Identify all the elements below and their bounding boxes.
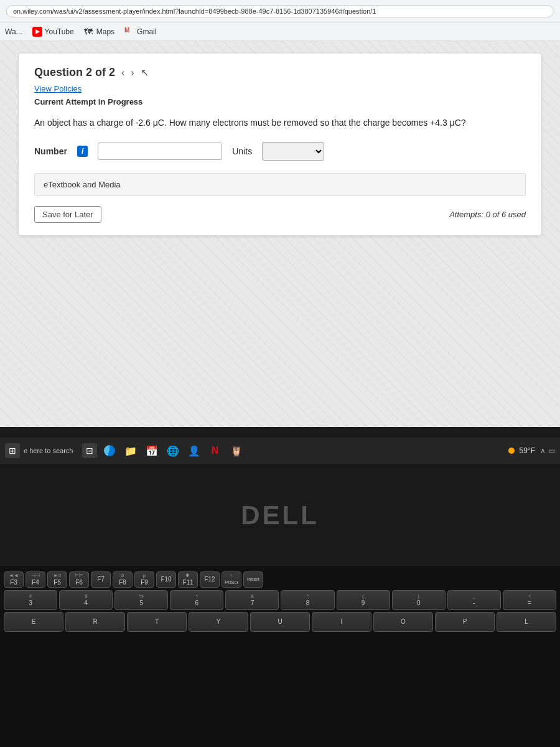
calendar-icon: 📅	[146, 445, 158, 457]
answer-row: Number i Units	[34, 142, 526, 161]
photos-icon: 🦉	[230, 445, 243, 457]
key-insert[interactable]: Insert	[243, 571, 263, 588]
user-taskbar-icon[interactable]: 👤	[185, 442, 203, 459]
fn-key-row: ◄◄ F3 ⊣⊣ F4 ►II F5 ⊢⊢ F6 F7	[4, 571, 556, 588]
key-hash-3[interactable]: #3	[4, 590, 57, 610]
chrome-taskbar-icon[interactable]: 🌐	[164, 442, 182, 459]
key-f3[interactable]: ◄◄ F3	[4, 571, 24, 588]
key-f10[interactable]: F10	[156, 571, 176, 588]
key-plus[interactable]: +=	[503, 590, 556, 610]
calendar-taskbar-icon[interactable]: 📅	[143, 442, 161, 459]
question-title: Question 2 of 2	[34, 66, 115, 79]
key-f6[interactable]: ⊢⊢ F6	[69, 571, 89, 588]
question-footer: Save for Later Attempts: 0 of 6 used	[34, 206, 526, 223]
bookmark-maps-label: Maps	[96, 27, 114, 36]
save-later-button[interactable]: Save for Later	[34, 206, 101, 223]
task-view-button[interactable]: ⊟	[82, 443, 97, 458]
units-select[interactable]	[262, 142, 324, 161]
dell-logo: DELL	[241, 500, 319, 530]
bookmark-youtube-label: YouTube	[45, 27, 74, 36]
dell-logo-area: DELL	[0, 464, 560, 566]
cursor-icon: ↖	[141, 67, 149, 78]
key-u[interactable]: U	[250, 612, 310, 632]
bookmark-wa-label: Wa...	[5, 27, 22, 36]
key-f4[interactable]: ⊣⊣ F4	[26, 571, 45, 588]
key-caret-6[interactable]: ^6	[170, 590, 223, 610]
chrome-icon: 🌐	[167, 445, 179, 457]
photos-taskbar-icon[interactable]: 🦉	[228, 442, 245, 459]
system-tray: 59°F ∧ ▭	[508, 446, 555, 455]
key-minus[interactable]: _-	[447, 590, 501, 610]
qwerty-row: E R T Y U I O P L	[4, 612, 556, 632]
next-question-button[interactable]: ›	[131, 67, 134, 78]
key-t[interactable]: T	[127, 612, 187, 632]
key-f5[interactable]: ►II F5	[47, 571, 67, 588]
key-star-8[interactable]: *8	[281, 590, 334, 610]
key-r[interactable]: R	[65, 612, 125, 632]
attempts-display: Attempts: 0 of 6 used	[449, 210, 526, 219]
key-percent-5[interactable]: %5	[114, 590, 168, 610]
taskbar: ⊞ e here to search ⊟ 📁 📅 🌐 👤 N 🦉 59°F ∧ …	[0, 438, 560, 464]
key-prtscr[interactable]: ↑ PrtScr	[222, 571, 241, 588]
bookmark-youtube[interactable]: YouTube	[32, 27, 74, 37]
folder-icon: 📁	[124, 445, 137, 457]
question-header: Question 2 of 2 ‹ › ↖	[34, 66, 526, 79]
info-button[interactable]: i	[77, 146, 88, 157]
key-f7[interactable]: F7	[91, 571, 111, 588]
key-l[interactable]: L	[497, 612, 556, 632]
edge-taskbar-icon[interactable]	[101, 442, 118, 459]
key-y[interactable]: Y	[189, 612, 248, 632]
units-label: Units	[232, 146, 252, 156]
key-p[interactable]: P	[435, 612, 495, 632]
arrow-up-icon[interactable]: ∧	[540, 446, 546, 455]
key-f11[interactable]: ✱ F11	[178, 571, 198, 588]
bookmark-gmail[interactable]: M Gmail	[124, 27, 156, 37]
search-hint: e here to search	[24, 447, 73, 454]
battery-icon: ▭	[548, 446, 555, 455]
bookmark-bar: Wa... YouTube 🗺 Maps M Gmail	[0, 22, 560, 41]
key-dollar-4[interactable]: $4	[59, 590, 113, 610]
user-icon: 👤	[188, 445, 200, 457]
bookmark-maps[interactable]: 🗺 Maps	[84, 27, 114, 37]
key-f9[interactable]: ρ F9	[134, 571, 154, 588]
prev-question-button[interactable]: ‹	[121, 67, 124, 78]
key-rparen-0[interactable]: )0	[392, 590, 446, 610]
number-label: Number	[34, 146, 67, 156]
folder-taskbar-icon[interactable]: 📁	[122, 442, 139, 459]
key-f12[interactable]: F12	[200, 571, 220, 588]
number-key-row: #3 $4 %5 ^6 &7 *8 (9 )0 _- +=	[4, 590, 556, 610]
bookmark-wa[interactable]: Wa...	[5, 27, 22, 36]
browser-url-bar: on.wiley.com/was/ui/v2/assessment-player…	[0, 0, 560, 22]
start-button[interactable]: ⊞	[5, 443, 20, 458]
gmail-icon: M	[124, 27, 134, 37]
key-f8[interactable]: ⊘ F8	[113, 571, 133, 588]
status-dot	[508, 448, 515, 454]
etextbook-section[interactable]: eTextbook and Media	[34, 173, 526, 196]
keyboard: ◄◄ F3 ⊣⊣ F4 ►II F5 ⊢⊢ F6 F7	[0, 566, 560, 747]
key-e[interactable]: E	[4, 612, 63, 632]
bookmark-gmail-label: Gmail	[137, 27, 156, 36]
view-policies-link[interactable]: View Policies	[34, 84, 526, 93]
number-input[interactable]	[98, 143, 222, 160]
question-text: An object has a charge of -2.6 μC. How m…	[34, 116, 526, 129]
edge-icon	[104, 445, 115, 456]
question-card: Question 2 of 2 ‹ › ↖ View Policies Curr…	[19, 54, 541, 235]
maps-icon: 🗺	[84, 27, 94, 37]
url-display[interactable]: on.wiley.com/was/ui/v2/assessment-player…	[6, 5, 554, 17]
netflix-icon: N	[212, 445, 219, 456]
netflix-taskbar-icon[interactable]: N	[207, 442, 224, 459]
key-o[interactable]: O	[373, 612, 433, 632]
key-i[interactable]: I	[312, 612, 371, 632]
key-lparen-9[interactable]: (9	[337, 590, 390, 610]
key-amp-7[interactable]: &7	[225, 590, 279, 610]
temperature-display: 59°F	[520, 446, 535, 455]
current-attempt-label: Current Attempt in Progress	[34, 97, 526, 106]
youtube-icon	[32, 27, 42, 37]
page-content: Question 2 of 2 ‹ › ↖ View Policies Curr…	[0, 41, 560, 427]
